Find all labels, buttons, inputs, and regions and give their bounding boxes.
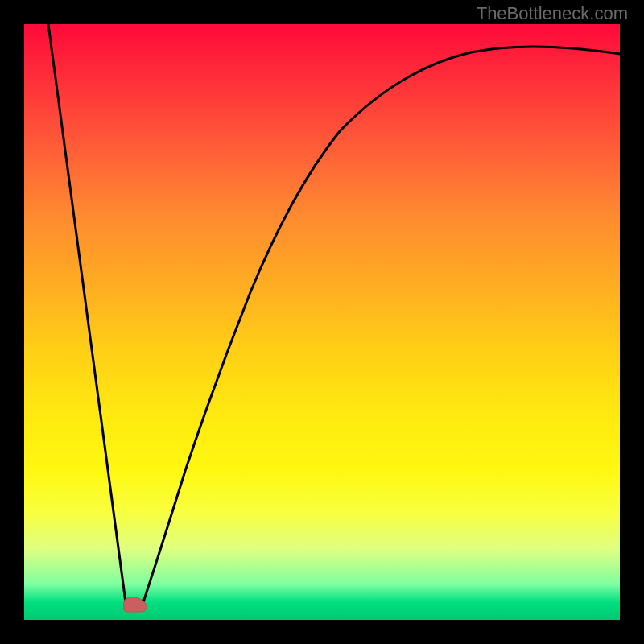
watermark-text: TheBottleneck.com <box>477 3 628 24</box>
bottleneck-marker <box>119 591 151 613</box>
right-ascent-curve <box>134 47 620 611</box>
marker-blob-shape <box>124 597 147 612</box>
left-descent-line <box>48 24 134 611</box>
chart-plot-area <box>24 24 620 620</box>
chart-curves <box>24 24 620 620</box>
